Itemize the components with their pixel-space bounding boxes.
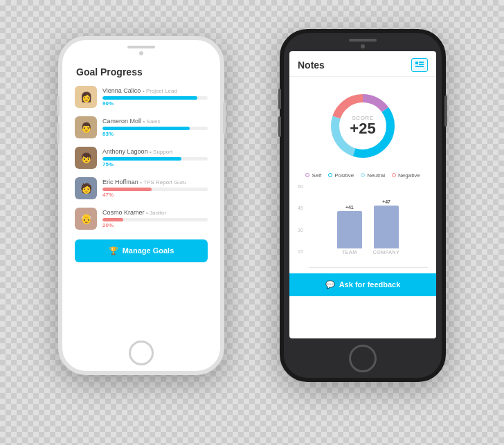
volume-down-button-dark [278, 116, 281, 137]
goal-info: Vienna Calico • Project Lead 90% [102, 87, 208, 107]
notes-screen: Notes [289, 51, 436, 338]
goal-role: • Support [150, 149, 172, 155]
svg-rect-1 [419, 62, 424, 63]
svg-rect-2 [419, 64, 424, 65]
goal-items-list: 👩 Vienna Calico • Project Lead 90% 👨 Cam… [68, 82, 215, 234]
y-axis-label: 60 [298, 184, 303, 189]
donut-chart-container: SCORE +25 [289, 77, 436, 170]
goal-name: Eric Hoffman • TPS Report Guru [102, 179, 208, 185]
goal-name: Vienna Calico • Project Lead [102, 87, 208, 94]
left-phone: Goal Progress 👩 Vienna Calico • Project … [58, 36, 224, 375]
svg-rect-3 [415, 66, 424, 67]
bar-group: +47 COMPANY [373, 199, 399, 255]
avatar-face: 👦 [75, 147, 97, 169]
power-button [223, 102, 226, 134]
notes-title: Notes [298, 60, 325, 71]
avatar-face: 👩 [75, 86, 97, 108]
legend-dot [305, 173, 309, 177]
volume-up-button-dark [278, 89, 281, 109]
progress-bar [102, 157, 181, 161]
y-axis-labels: 60453015 [298, 184, 303, 267]
goal-info: Cameron Moll • Sales 83% [102, 118, 208, 137]
manage-goals-label: Manage Goals [123, 246, 174, 255]
progress-bar [102, 96, 197, 100]
goal-role: • Project Lead [143, 88, 177, 94]
goal-role: • TPS Report Guru [140, 179, 186, 185]
goal-progress-screen: Goal Progress 👩 Vienna Calico • Project … [68, 58, 215, 332]
manage-goals-icon: 🏆 [109, 246, 118, 255]
avatar-face: 👴 [75, 208, 97, 230]
volume-up-button [57, 96, 60, 116]
bar-rect [374, 206, 399, 248]
right-phone: Notes [280, 29, 446, 382]
phones-container: Goal Progress 👩 Vienna Calico • Project … [17, 15, 487, 430]
bar-rect [337, 211, 362, 248]
progress-label: 47% [102, 192, 208, 198]
donut-chart: SCORE +25 [325, 88, 401, 164]
grid-icon [415, 62, 424, 69]
dark-front-camera [361, 44, 365, 48]
goal-name: Cameron Moll • Sales [102, 118, 208, 125]
goal-progress-title: Goal Progress [68, 58, 215, 82]
legend-label: Positive [334, 172, 354, 179]
goal-info: Eric Hoffman • TPS Report Guru 47% [102, 179, 208, 198]
bar-label: TEAM [342, 250, 357, 255]
progress-bar-container [102, 188, 208, 191]
legend-item: Self [305, 172, 321, 179]
legend: Self Positive Neutral Negative [289, 170, 436, 184]
goal-avatar: 👩 [75, 86, 97, 108]
dark-speaker [349, 39, 377, 42]
left-screen: Goal Progress 👩 Vienna Calico • Project … [68, 58, 215, 332]
dark-phone-top [284, 33, 442, 48]
phone-top [62, 40, 220, 55]
donut-center: SCORE +25 [350, 116, 375, 136]
progress-label: 90% [102, 100, 208, 107]
goal-info: Anthony Lagoon • Support 75% [102, 148, 208, 167]
goal-name: Cosmo Kramer • Janitor [102, 209, 208, 216]
feedback-icon: 💬 [325, 280, 335, 289]
progress-bar-container [102, 157, 208, 161]
progress-bar [102, 188, 152, 191]
legend-dot [328, 173, 332, 177]
y-axis-label: 45 [298, 206, 303, 210]
power-button-dark [444, 96, 447, 127]
bar-group: +41 TEAM [337, 205, 362, 255]
manage-goals-button[interactable]: 🏆 Manage Goals [75, 239, 208, 262]
goal-avatar: 👨 [75, 116, 97, 138]
goal-avatar: 🧑 [75, 177, 97, 199]
ask-feedback-label: Ask for feedback [339, 280, 401, 289]
bar-chart: 60453015 +41 TEAM +47 COMPANY [289, 184, 436, 267]
goal-info: Cosmo Kramer • Janitor 20% [102, 209, 208, 228]
bar-groups: +41 TEAM +47 COMPANY [298, 184, 428, 267]
progress-bar [102, 218, 123, 221]
goal-avatar: 👦 [75, 147, 97, 169]
avatar-face: 🧑 [75, 177, 97, 199]
legend-label: Neutral [367, 172, 385, 179]
goal-role: • Janitor [146, 210, 166, 216]
notes-settings-icon[interactable] [411, 58, 428, 72]
progress-label: 75% [102, 161, 208, 167]
goal-item: 🧑 Eric Hoffman • TPS Report Guru 47% [68, 173, 215, 203]
goal-item: 👦 Anthony Lagoon • Support 75% [68, 143, 215, 173]
notes-header: Notes [289, 51, 436, 77]
speaker [127, 46, 155, 48]
score-value: +25 [350, 121, 375, 136]
y-axis-label: 15 [298, 249, 303, 254]
goal-name: Anthony Lagoon • Support [102, 148, 208, 155]
volume-down-button [57, 123, 60, 144]
progress-bar [102, 127, 190, 130]
left-home-button[interactable] [129, 340, 154, 365]
goal-item: 👴 Cosmo Kramer • Janitor 20% [68, 203, 215, 234]
goal-role: • Sales [143, 118, 161, 125]
ask-feedback-button[interactable]: 💬 Ask for feedback [289, 273, 436, 296]
legend-label: Negative [398, 172, 420, 179]
avatar-face: 👨 [75, 116, 97, 138]
legend-dot [361, 173, 365, 177]
legend-item: Positive [328, 172, 354, 179]
front-camera [139, 51, 143, 55]
progress-bar-container [102, 218, 208, 221]
legend-dot [392, 173, 396, 177]
progress-label: 83% [102, 131, 208, 137]
progress-bar-container [102, 127, 208, 130]
right-home-button[interactable] [349, 345, 377, 372]
